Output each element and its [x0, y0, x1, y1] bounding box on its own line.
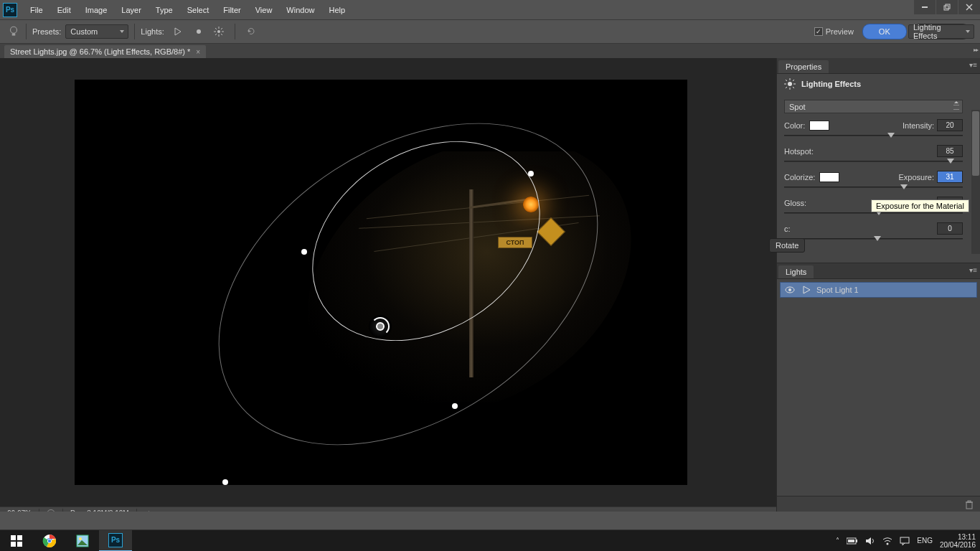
panel-menu-icon[interactable]: ▾≡ [969, 266, 977, 274]
intensity-input[interactable]: 20 [937, 119, 963, 131]
exposure-slider[interactable] [784, 185, 963, 189]
hotspot-slider[interactable] [784, 159, 963, 164]
statusbar-menu-arrow[interactable] [149, 511, 152, 512]
lighting-tool-icon [7, 25, 20, 38]
gloss-label: Gloss: [784, 199, 806, 207]
taskbar: Ps ˄ ENG 13:11 20/04/2016 [0, 529, 980, 551]
visibility-icon[interactable] [785, 285, 795, 295]
metallic-label: c: [784, 225, 791, 233]
svg-rect-45 [900, 537, 909, 543]
menu-file[interactable]: File [23, 3, 50, 17]
metallic-slider[interactable] [784, 237, 963, 241]
properties-tab[interactable]: Properties [778, 60, 829, 73]
light-type-dropdown[interactable]: Spot [784, 100, 963, 113]
exposure-label: Exposure: [898, 173, 934, 182]
add-spot-light-button[interactable] [170, 24, 187, 39]
wifi-icon[interactable] [882, 537, 892, 545]
start-button[interactable] [0, 530, 33, 552]
zoom-level[interactable]: 66.67% [7, 509, 32, 512]
hotspot-label: Hotspot: [784, 147, 814, 156]
menu-edit[interactable]: Edit [50, 3, 78, 17]
menu-type[interactable]: Type [149, 3, 180, 17]
tray-chevron-icon[interactable]: ˄ [836, 537, 839, 545]
light-handle[interactable] [222, 479, 228, 485]
metallic-input[interactable]: 0 [937, 222, 963, 235]
window-minimize-button[interactable] [914, 0, 936, 14]
workspace-dropdown[interactable]: Lighting Effects [908, 24, 974, 39]
menu-window[interactable]: Window [279, 3, 321, 17]
light-handle[interactable] [528, 171, 534, 176]
colorize-label: Colorize: [784, 173, 815, 182]
light-center-gizmo[interactable] [369, 315, 392, 338]
canvas[interactable]: СТОП [75, 80, 687, 485]
svg-rect-2 [946, 4, 950, 9]
close-tab-button[interactable]: × [196, 48, 200, 56]
battery-icon[interactable] [847, 537, 858, 545]
colorize-swatch[interactable] [819, 172, 839, 182]
lighting-effects-icon [784, 78, 796, 90]
preview-checkbox[interactable]: Preview [814, 27, 854, 36]
menu-filter[interactable]: Filter [216, 3, 248, 17]
svg-line-25 [786, 87, 787, 88]
add-point-light-button[interactable] [190, 24, 207, 39]
properties-header: Lighting Effects [777, 74, 980, 94]
panels: ▸▸ Properties ▾≡ Lighting Effects Spot C… [776, 58, 980, 512]
checkbox-icon [814, 27, 823, 36]
color-swatch[interactable] [809, 121, 829, 131]
taskbar-clock[interactable]: 13:11 20/04/2016 [940, 533, 976, 549]
window-restore-button[interactable] [936, 0, 958, 14]
app-logo: Ps [3, 3, 17, 17]
restore-icon [943, 4, 951, 11]
taskbar-photoshop[interactable]: Ps [99, 530, 132, 552]
svg-rect-32 [17, 535, 22, 540]
trash-icon[interactable] [964, 499, 974, 509]
light-handle[interactable] [301, 249, 307, 255]
menubar: Ps File Edit Image Layer Type Select Fil… [0, 0, 980, 19]
document-tab-title: Street Lights.jpg @ 66.7% (Light Effects… [10, 47, 190, 56]
menu-image[interactable]: Image [78, 3, 115, 17]
workspace: СТОП 66.67% Doc: 3.10M/3.10M ▸▸ Prop [0, 58, 980, 512]
color-label: Color: [784, 121, 805, 130]
light-list-item[interactable]: Spot Light 1 [780, 282, 977, 298]
document-tab[interactable]: Street Lights.jpg @ 66.7% (Light Effects… [4, 45, 206, 58]
keyboard-language[interactable]: ENG [917, 537, 933, 545]
menu-view[interactable]: View [248, 3, 280, 17]
intensity-slider[interactable] [784, 133, 963, 138]
taskbar-chrome[interactable] [33, 530, 66, 552]
spot-light-icon [802, 285, 812, 295]
menu-select[interactable]: Select [180, 3, 217, 17]
svg-point-44 [887, 542, 889, 545]
document-tab-bar: Street Lights.jpg @ 66.7% (Light Effects… [0, 44, 980, 58]
properties-scrollbar[interactable] [971, 110, 980, 254]
menu-help[interactable]: Help [321, 3, 352, 17]
lights-tab[interactable]: Lights [778, 265, 814, 278]
exposure-input[interactable]: 31 [937, 171, 963, 183]
windows-icon [11, 535, 22, 547]
volume-icon[interactable] [865, 536, 875, 546]
action-center-icon[interactable] [900, 537, 910, 545]
preview-label: Preview [826, 27, 854, 36]
infinite-light-icon [214, 27, 224, 37]
svg-rect-1 [944, 6, 948, 10]
ok-button[interactable]: OK [862, 24, 907, 39]
hotspot-input[interactable]: 85 [937, 145, 963, 157]
light-handle[interactable] [452, 403, 458, 409]
svg-rect-43 [848, 540, 854, 542]
svg-rect-6 [12, 33, 16, 35]
canvas-area[interactable]: СТОП 66.67% Doc: 3.10M/3.10M [0, 58, 776, 512]
exposure-tooltip: Exposure for the Material [871, 199, 969, 212]
menu-layer[interactable]: Layer [114, 3, 149, 17]
collapse-panels-icon[interactable]: ▸▸ [974, 47, 978, 53]
svg-rect-34 [17, 542, 22, 547]
add-infinite-light-button[interactable] [210, 24, 227, 39]
reset-button[interactable] [242, 24, 260, 39]
lights-label: Lights: [141, 27, 164, 36]
svg-line-22 [786, 80, 787, 81]
panels-footer [777, 496, 980, 512]
svg-line-16 [215, 34, 217, 35]
panel-menu-icon[interactable]: ▾≡ [969, 61, 977, 69]
window-close-button[interactable] [958, 0, 980, 14]
photoshop-icon: Ps [108, 533, 123, 547]
presets-dropdown[interactable]: Custom [65, 24, 128, 39]
taskbar-image-viewer[interactable] [66, 530, 99, 552]
